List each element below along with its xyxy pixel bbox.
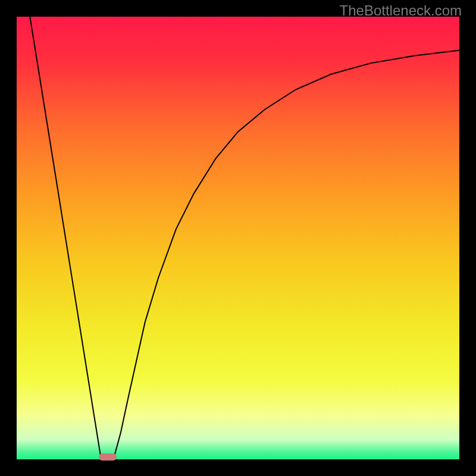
plot-area — [17, 17, 459, 459]
chart-background — [17, 17, 459, 459]
bottleneck-marker — [99, 453, 117, 461]
watermark-text: TheBottleneck.com — [340, 2, 462, 19]
chart-svg — [17, 17, 459, 459]
chart-container: TheBottleneck.com — [0, 0, 476, 476]
